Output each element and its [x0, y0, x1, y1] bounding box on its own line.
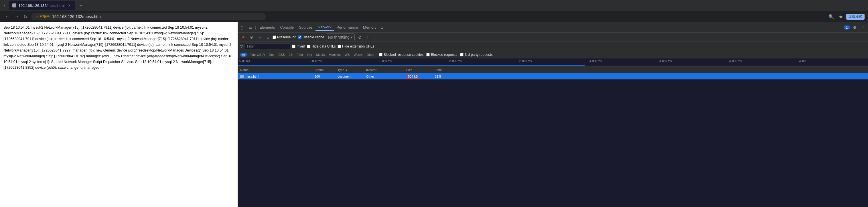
type-btn-ws[interactable]: WS	[343, 53, 351, 57]
type-btn-wasm[interactable]: Wasm	[352, 53, 365, 57]
blocked-requests-input[interactable]	[426, 53, 430, 56]
type-btn-css[interactable]: CSS	[277, 53, 287, 57]
reload-button[interactable]: ↻	[22, 13, 29, 21]
main-area: Sep 18 10:54:01 mysql-2 NetworkManager[7…	[0, 22, 868, 207]
timeline-end: 4500	[799, 60, 868, 63]
col-header-initiator[interactable]: Initiator	[365, 68, 405, 71]
security-warning: △ 不安全	[36, 14, 50, 19]
timeline-40000ms: 40000 ms	[729, 60, 799, 63]
type-btn-font[interactable]: Font	[295, 53, 305, 57]
invert-input[interactable]	[292, 45, 296, 48]
col-header-type[interactable]: Type ▲	[336, 68, 365, 71]
third-party-requests-checkbox[interactable]: 3rd-party requests	[460, 53, 492, 57]
forward-button[interactable]: →	[12, 13, 21, 20]
throttle-label: No throttling	[328, 35, 349, 39]
hide-extension-urls-input[interactable]	[338, 45, 341, 48]
filter-funnel-icon: ▽	[240, 45, 243, 49]
row-initiator: Other	[365, 75, 405, 78]
disable-cache-label: Disable cache	[303, 35, 324, 39]
disable-cache-checkbox[interactable]: Disable cache	[298, 35, 324, 39]
row-status-value: 200	[315, 75, 320, 78]
timeline-25000ms: 25000 ms	[519, 60, 589, 63]
tab-network[interactable]: Network	[315, 24, 334, 31]
hide-data-urls-label: Hide data URLs	[311, 45, 336, 49]
blocked-response-cookies-checkbox[interactable]: Blocked response cookies	[379, 53, 424, 57]
disable-cache-input[interactable]	[298, 35, 302, 39]
upload-icon[interactable]: ↑	[365, 34, 370, 41]
blocked-requests-checkbox[interactable]: Blocked requests	[426, 53, 457, 57]
record-button[interactable]: ●	[240, 33, 247, 41]
clear-button[interactable]: ⊘	[248, 34, 255, 41]
wifi-icon[interactable]: ⊙	[356, 34, 363, 41]
row-type: document	[336, 75, 365, 78]
tab-elements[interactable]: Elements	[257, 24, 277, 31]
tab-memory[interactable]: Memory	[361, 24, 379, 31]
col-initiator-label: Initiator	[366, 68, 376, 71]
type-btn-img[interactable]: Img	[305, 53, 314, 57]
type-btn-manifest[interactable]: Manifest	[327, 53, 342, 57]
nav-controls: ← → ↻	[3, 13, 29, 21]
col-header-status[interactable]: Status	[313, 68, 336, 71]
warning-triangle-icon: △	[36, 14, 38, 19]
zoom-icon[interactable]: 🔍	[827, 13, 835, 21]
col-header-size[interactable]: Size	[405, 68, 434, 71]
inspect-element-button[interactable]: ⬚	[239, 24, 246, 31]
security-warning-text: 不安全	[39, 14, 50, 19]
row-initiator-value: Other	[366, 75, 374, 78]
tab-favicon	[12, 3, 16, 7]
back-button[interactable]: ←	[3, 13, 11, 20]
row-status: 200	[313, 75, 336, 78]
more-tabs-button[interactable]: »	[379, 24, 385, 31]
search-button[interactable]: ⌕	[265, 34, 271, 41]
row-time: 31.5	[434, 75, 451, 78]
devtools-right-controls: 1 ⚙ ⋮	[844, 24, 867, 31]
address-input-wrap[interactable]: △ 不安全 192.168.126.132/mess.html	[31, 13, 266, 20]
device-toolbar-button[interactable]: ▭	[247, 24, 254, 31]
col-name-label: Name	[240, 68, 248, 71]
type-btn-all[interactable]: All	[240, 53, 247, 57]
hide-extension-urls-label: Hide extension URLs	[342, 45, 374, 49]
col-status-label: Status	[315, 68, 323, 71]
type-btn-media[interactable]: Media	[314, 53, 327, 57]
preserve-log-input[interactable]	[273, 35, 276, 39]
hide-data-urls-input[interactable]	[307, 45, 310, 48]
more-options-button[interactable]: ⋮	[860, 24, 867, 31]
profile-button[interactable]: 无痕模式	[846, 14, 865, 20]
network-controls-bar: ● ⊘ ▽ ⌕ Preserve log Disable cache No th…	[238, 33, 868, 42]
tab-history-back[interactable]: ‹	[2, 2, 7, 9]
type-btn-doc[interactable]: Doc	[267, 53, 276, 57]
invert-checkbox[interactable]: Invert	[292, 45, 305, 49]
tab-performance[interactable]: Performance	[334, 24, 360, 31]
table-row[interactable]: mess.html 200 document Other 504 kB 31.5	[238, 73, 868, 80]
third-party-requests-input[interactable]	[460, 53, 464, 56]
blocked-response-cookies-input[interactable]	[379, 53, 382, 56]
tab-sources[interactable]: Sources	[297, 24, 315, 31]
hide-data-urls-checkbox[interactable]: Hide data URLs	[307, 45, 336, 49]
timeline-bar: 5000 ms 10000 ms 15000 ms 20000 ms 25000…	[238, 58, 868, 66]
col-header-time[interactable]: Time	[434, 68, 451, 71]
download-icon[interactable]: ↓	[372, 34, 378, 41]
active-tab[interactable]: 192.168.126.132/mess.html ×	[9, 1, 75, 10]
preserve-log-checkbox[interactable]: Preserve log	[273, 35, 296, 39]
toolbar-right: 🔍 ★ 无痕模式	[827, 13, 865, 21]
type-btn-fetch-xhr[interactable]: Fetch/XHR	[248, 53, 267, 57]
filter-input[interactable]	[245, 43, 290, 49]
type-btn-js[interactable]: JS	[287, 53, 294, 57]
throttle-arrow-icon: ▾	[351, 35, 353, 39]
filter-toggle-button[interactable]: ▽	[257, 34, 264, 41]
tab-console[interactable]: Console	[278, 24, 296, 31]
timeline-10000ms: 10000 ms	[309, 60, 379, 63]
address-text: 192.168.126.132/mess.html	[52, 14, 261, 19]
throttle-select[interactable]: No throttling ▾	[326, 33, 354, 41]
settings-button[interactable]: ⚙	[851, 24, 858, 31]
col-header-name[interactable]: Name	[239, 68, 313, 71]
bookmark-icon[interactable]: ★	[838, 13, 844, 21]
blocked-response-cookies-label: Blocked response cookies	[383, 53, 424, 57]
new-tab-button[interactable]: +	[77, 2, 85, 9]
tab-close-button[interactable]: ×	[67, 3, 72, 8]
blocked-requests-label: Blocked requests	[431, 53, 457, 57]
hide-extension-urls-checkbox[interactable]: Hide extension URLs	[338, 45, 374, 49]
third-party-requests-label: 3rd-party requests	[465, 53, 492, 57]
timeline-labels: 5000 ms 10000 ms 15000 ms 20000 ms 25000…	[239, 60, 868, 63]
type-btn-other[interactable]: Other	[365, 53, 376, 57]
